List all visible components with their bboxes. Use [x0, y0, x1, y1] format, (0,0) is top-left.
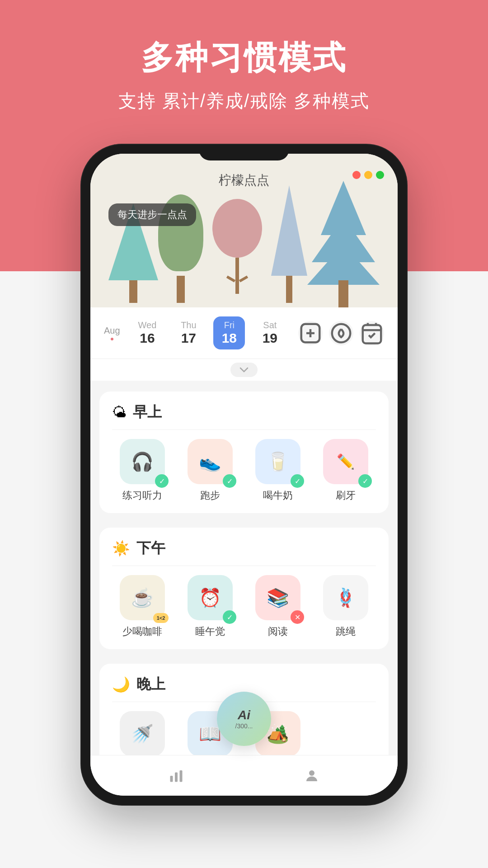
header-area: 多种习惯模式 支持 累计/养成/戒除 多种模式	[0, 36, 488, 113]
date-thu[interactable]: Thu 17	[173, 316, 204, 349]
tree2-trunk	[177, 276, 185, 303]
add-habit-button[interactable]	[298, 321, 323, 345]
habit-listening[interactable]: 🎧 ✓ 练习听力	[112, 439, 173, 502]
habit-nap-icon: ⏰ ✓	[188, 575, 233, 620]
habit-nap-check: ✓	[223, 610, 236, 624]
habit-coffee[interactable]: ☕ 1<2 少喝咖啡	[112, 575, 173, 638]
tree5-trunk	[338, 280, 348, 307]
morning-habits: 🎧 ✓ 练习听力 👟 ✓ 跑步	[112, 439, 376, 502]
habit-running-icon: 👟 ✓	[188, 439, 233, 484]
tree1-trunk	[129, 280, 137, 303]
tree-5	[307, 181, 380, 307]
afternoon-section: ☀️ 下午 ☕ 1<2 少喝咖啡	[99, 528, 389, 649]
evening-icon: 🌙	[112, 676, 130, 693]
date-wed[interactable]: Wed 16	[131, 316, 164, 349]
afternoon-habits: ☕ 1<2 少喝咖啡 ⏰ ✓ 睡午觉	[112, 575, 376, 638]
habit-coffee-label: 少喝咖啡	[122, 625, 162, 638]
minimize-btn[interactable]	[364, 171, 372, 179]
ai-sublabel: /300...	[235, 722, 253, 730]
tree5-crown-bot	[307, 244, 380, 285]
month-label: Aug	[104, 326, 120, 340]
morning-header: 🌤 早上	[112, 402, 376, 430]
habit-nap-label: 睡午觉	[195, 625, 225, 638]
habit-running[interactable]: 👟 ✓ 跑步	[180, 439, 240, 502]
habit-shower[interactable]: 🚿 洗澡	[112, 711, 173, 755]
phone-notch	[199, 145, 289, 160]
svg-point-3	[332, 324, 351, 342]
svg-rect-10	[180, 770, 183, 782]
habit-milk[interactable]: 🥛 ✓ 喝牛奶	[248, 439, 308, 502]
app-name: 柠檬点点	[90, 172, 398, 189]
window-buttons	[352, 171, 384, 179]
habit-nap[interactable]: ⏰ ✓ 睡午觉	[180, 575, 240, 638]
habit-shower-icon: 🚿	[120, 711, 165, 755]
morning-icon: 🌤	[112, 404, 127, 421]
habit-milk-icon: 🥛 ✓	[255, 439, 300, 484]
habit-jumprope-label: 跳绳	[336, 625, 356, 638]
evening-title: 晚上	[136, 675, 165, 694]
nav-stats[interactable]	[168, 768, 184, 784]
habit-coffee-check: 1<2	[153, 613, 169, 623]
scene-header: 柠檬点点 每天进步一点点	[90, 154, 398, 307]
header-subtitle: 支持 累计/养成/戒除 多种模式	[0, 89, 488, 113]
habit-reading-icon: 📚 ✕	[255, 575, 300, 620]
date-navigation: Aug Wed 16 Thu 17 Fri	[90, 307, 398, 359]
svg-rect-4	[363, 325, 381, 344]
date-fri-active[interactable]: Fri 18	[213, 316, 245, 349]
collapse-button[interactable]	[230, 363, 258, 377]
tooltip: 每天进步一点点	[108, 203, 196, 226]
afternoon-title: 下午	[136, 538, 165, 558]
phone-outer: 柠檬点点 每天进步一点点	[81, 145, 407, 805]
close-btn[interactable]	[352, 171, 361, 179]
calendar-button[interactable]	[360, 321, 384, 345]
habit-milk-check: ✓	[291, 474, 304, 488]
habit-reading-check: ✕	[291, 610, 304, 624]
svg-rect-9	[175, 772, 178, 782]
tree3-crown	[212, 199, 262, 258]
habit-listening-icon: 🎧 ✓	[120, 439, 165, 484]
habit-milk-label: 喝牛奶	[263, 489, 293, 502]
svg-point-11	[309, 770, 314, 776]
habit-jumprope-icon: 🪢	[323, 575, 368, 620]
habit-brush-check: ✓	[358, 474, 372, 488]
maximize-btn[interactable]	[376, 171, 384, 179]
habit-running-label: 跑步	[200, 489, 220, 502]
habit-reading-label: 阅读	[268, 625, 288, 638]
header-title: 多种习惯模式	[0, 36, 488, 80]
afternoon-header: ☀️ 下午	[112, 538, 376, 566]
date-sat[interactable]: Sat 19	[254, 316, 286, 349]
date-items: Wed 16 Thu 17 Fri 18 Sat	[131, 316, 298, 349]
nav-icons	[298, 321, 384, 345]
habit-brush-label: 刷牙	[336, 489, 356, 502]
phone-mockup: 柠檬点点 每天进步一点点	[81, 145, 407, 805]
tree3-trunk	[233, 258, 241, 303]
habit-coffee-icon: ☕ 1<2	[120, 575, 165, 620]
collapse-row	[90, 359, 398, 381]
tree4-trunk	[286, 276, 292, 303]
plant-button[interactable]	[329, 321, 353, 345]
morning-title: 早上	[133, 402, 162, 422]
trees-container	[90, 181, 398, 307]
habit-jumprope[interactable]: 🪢 跳绳	[315, 575, 376, 638]
afternoon-icon: ☀️	[112, 540, 130, 557]
habit-running-check: ✓	[223, 474, 236, 488]
ai-float-button[interactable]: Ai /300...	[217, 692, 271, 746]
habit-reading[interactable]: 📚 ✕ 阅读	[248, 575, 308, 638]
ai-label: Ai	[238, 708, 250, 722]
phone-inner: 柠檬点点 每天进步一点点	[90, 154, 398, 796]
svg-rect-8	[170, 776, 173, 782]
tree4-crown	[271, 185, 307, 276]
tree-3	[208, 190, 267, 303]
month-dot	[111, 338, 113, 340]
tree-4	[267, 185, 312, 303]
habit-listening-check: ✓	[155, 474, 169, 488]
nav-profile[interactable]	[304, 768, 320, 784]
habit-listening-label: 练习听力	[122, 489, 162, 502]
morning-section: 🌤 早上 🎧 ✓ 练习听力	[99, 392, 389, 513]
bottom-navigation	[90, 755, 398, 796]
habit-brush[interactable]: ✏️ ✓ 刷牙	[315, 439, 376, 502]
habit-brush-icon: ✏️ ✓	[323, 439, 368, 484]
